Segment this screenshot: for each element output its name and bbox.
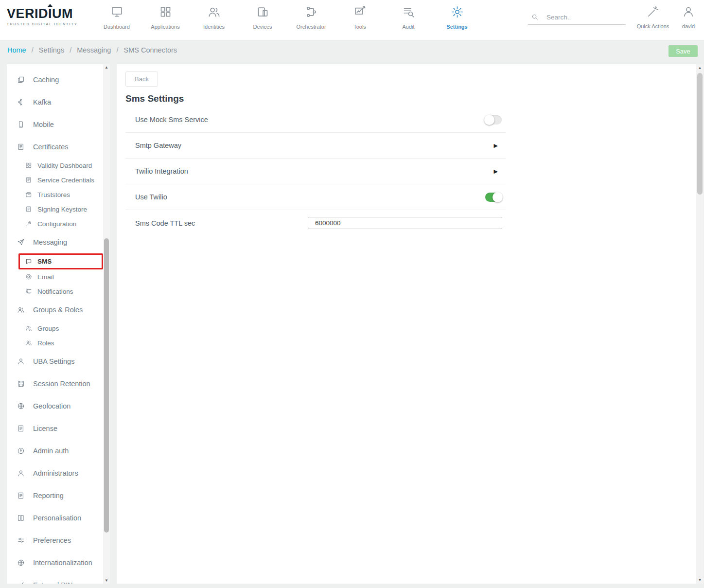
sidebar-item-configuration[interactable]: Configuration xyxy=(7,216,103,231)
breadcrumb-separator: / xyxy=(116,46,118,54)
sidebar-item-uba-settings[interactable]: UBA Settings xyxy=(7,350,103,373)
twilio-integration-row[interactable]: Twilio Integration ▶ xyxy=(125,159,506,184)
sidebar-item-service-credentials[interactable]: Service Credentials xyxy=(7,173,103,187)
toggle-knob xyxy=(484,115,494,125)
admin-auth-icon xyxy=(17,447,25,455)
roles-icon xyxy=(25,339,32,346)
sidebar-item-certificates[interactable]: Certificates xyxy=(7,136,103,158)
settings-rows: Use Mock Sms Service Smtp Gateway ▶ Twil… xyxy=(125,107,506,236)
personalisation-icon xyxy=(17,514,25,522)
sms-code-ttl-input[interactable] xyxy=(308,217,502,229)
sidebar-item-reporting[interactable]: Reporting xyxy=(7,484,103,507)
sidebar-item-kafka[interactable]: Kafka xyxy=(7,91,103,113)
search-icon[interactable] xyxy=(531,13,539,21)
back-button[interactable]: Back xyxy=(125,71,158,87)
nav-item-audit[interactable]: Audit xyxy=(384,5,433,30)
nav-item-orchestrator[interactable]: Orchestrator xyxy=(287,5,335,30)
sidebar-item-external-pin[interactable]: External PIN xyxy=(7,574,103,584)
reporting-icon xyxy=(17,492,25,499)
smtp-gateway-expand-icon[interactable]: ▶ xyxy=(494,143,498,149)
breadcrumb-home-link[interactable]: Home xyxy=(7,46,26,54)
use-mock-sms-row: Use Mock Sms Service xyxy=(125,107,506,133)
quick-actions-button[interactable]: Quick Actions xyxy=(633,5,673,29)
audit-icon xyxy=(402,5,415,18)
sidebar-scroll-down-icon[interactable]: ▼ xyxy=(103,578,110,583)
sidebar-item-groups-roles[interactable]: Groups & Roles xyxy=(7,299,103,321)
sidebar-item-personalisation[interactable]: Personalisation xyxy=(7,507,103,529)
sidebar-item-validity-dashboard[interactable]: Validity Dashboard xyxy=(7,158,103,173)
nav-item-dashboard[interactable]: Dashboard xyxy=(92,5,141,30)
breadcrumb: Home / Settings / Messaging / SMS Connec… xyxy=(7,46,177,54)
sidebar-item-internationalization[interactable]: Internationalization xyxy=(7,552,103,574)
license-icon xyxy=(17,425,25,432)
nav-item-tools[interactable]: Tools xyxy=(335,5,384,30)
main-scroll-down-icon[interactable]: ▼ xyxy=(696,578,704,582)
sidebar-item-notifications[interactable]: Notifications xyxy=(7,284,103,299)
breadcrumb-messaging[interactable]: Messaging xyxy=(77,46,111,54)
use-mock-sms-label: Use Mock Sms Service xyxy=(135,116,208,124)
sidebar-item-messaging[interactable]: Messaging xyxy=(7,231,103,253)
brand-tagline: TRUSTED DIGITAL IDENTITY xyxy=(7,22,78,26)
search-input[interactable] xyxy=(546,14,619,21)
use-mock-sms-toggle[interactable] xyxy=(485,115,502,125)
quick-actions-label: Quick Actions xyxy=(633,23,673,29)
sidebar-item-sms[interactable]: SMS xyxy=(18,253,103,269)
nav-item-settings[interactable]: Settings xyxy=(433,5,481,30)
settings-sidebar: Caching Kafka Mobile Certificates Validi… xyxy=(7,64,103,584)
brand-name: VERIDIUM xyxy=(7,7,78,20)
sidebar-scrollbar[interactable]: ▲ ▼ xyxy=(103,64,110,584)
user-avatar-icon xyxy=(682,5,695,18)
orchestrator-icon xyxy=(305,5,318,18)
sidebar-item-administrators[interactable]: Administrators xyxy=(7,462,103,484)
main-scroll-thumb[interactable] xyxy=(697,73,703,195)
brand-logo[interactable]: VERIDIUM TRUSTED DIGITAL IDENTITY xyxy=(7,7,78,26)
breadcrumb-settings[interactable]: Settings xyxy=(39,46,64,54)
identities-icon xyxy=(208,5,221,18)
sidebar-item-truststores[interactable]: Truststores xyxy=(7,187,103,202)
user-name-label: david xyxy=(673,23,704,29)
dashboard-icon xyxy=(110,5,123,18)
use-twilio-row: Use Twilio xyxy=(125,184,506,210)
applications-icon xyxy=(159,5,172,18)
sidebar-scroll-thumb[interactable] xyxy=(104,238,109,533)
sms-code-ttl-label: Sms Code TTL sec xyxy=(135,219,195,227)
smtp-gateway-row[interactable]: Smtp Gateway ▶ xyxy=(125,133,506,159)
global-search xyxy=(528,13,626,25)
use-twilio-toggle[interactable] xyxy=(485,193,502,202)
breadcrumb-separator: / xyxy=(32,46,34,54)
nav-item-identities[interactable]: Identities xyxy=(190,5,238,30)
geolocation-icon xyxy=(17,402,25,410)
settings-icon xyxy=(451,5,464,18)
main-scroll-up-icon[interactable]: ▲ xyxy=(696,66,704,70)
nav-item-applications[interactable]: Applications xyxy=(141,5,190,30)
groups-icon xyxy=(25,325,32,332)
magic-wand-icon xyxy=(647,5,659,18)
messaging-icon xyxy=(17,238,25,246)
service-credentials-icon xyxy=(25,177,32,183)
sidebar-item-license[interactable]: License xyxy=(7,417,103,440)
twilio-integration-label: Twilio Integration xyxy=(135,167,188,175)
internationalization-icon xyxy=(17,559,25,567)
use-twilio-label: Use Twilio xyxy=(135,193,167,201)
sidebar-item-admin-auth[interactable]: Admin auth xyxy=(7,440,103,462)
twilio-integration-expand-icon[interactable]: ▶ xyxy=(494,168,498,175)
nav-item-devices[interactable]: Devices xyxy=(238,5,287,30)
save-button[interactable]: Save xyxy=(669,45,698,57)
mobile-icon xyxy=(17,121,25,128)
sidebar-item-signing-keystore[interactable]: Signing Keystore xyxy=(7,202,103,216)
sidebar-item-roles[interactable]: Roles xyxy=(7,336,103,350)
session-retention-icon xyxy=(17,380,25,388)
sidebar-scroll-up-icon[interactable]: ▲ xyxy=(103,65,110,70)
sidebar-item-groups[interactable]: Groups xyxy=(7,321,103,336)
sidebar-item-mobile[interactable]: Mobile xyxy=(7,113,103,136)
signing-keystore-icon xyxy=(25,206,32,213)
devices-icon xyxy=(256,5,269,18)
sidebar-item-email[interactable]: Email xyxy=(7,269,103,284)
main-scrollbar[interactable]: ▲ ▼ xyxy=(696,64,704,584)
email-icon xyxy=(25,273,32,280)
sidebar-item-preferences[interactable]: Preferences xyxy=(7,529,103,552)
sidebar-item-caching[interactable]: Caching xyxy=(7,69,103,91)
sidebar-item-geolocation[interactable]: Geolocation xyxy=(7,395,103,417)
sidebar-item-session-retention[interactable]: Session Retention xyxy=(7,373,103,395)
user-menu[interactable]: david xyxy=(673,5,704,29)
